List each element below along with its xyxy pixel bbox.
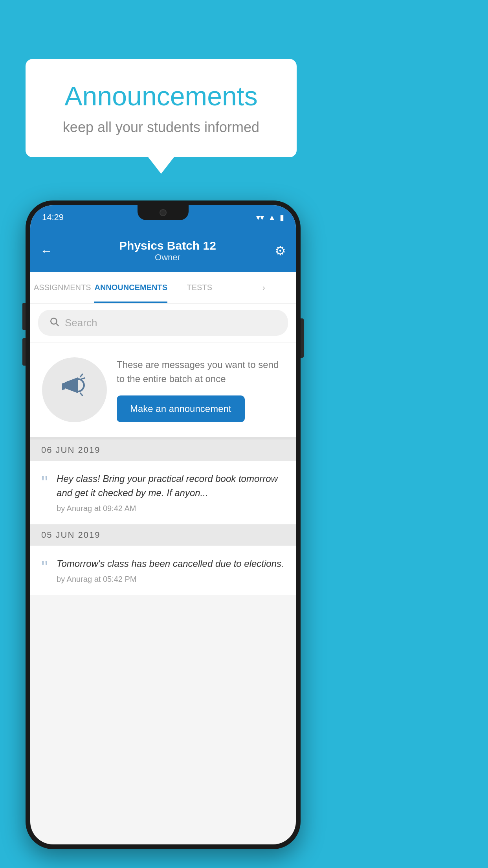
back-button[interactable]: ← (40, 244, 53, 258)
svg-line-5 (80, 393, 83, 395)
app-bar-title-section: Physics Batch 12 Owner (61, 239, 275, 263)
tab-bar: ASSIGNMENTS ANNOUNCEMENTS TESTS › (30, 272, 296, 303)
speech-bubble-container: Announcements keep all your students inf… (26, 59, 297, 157)
megaphone-icon (59, 371, 90, 409)
status-icons: ▾▾ ▲ ▮ (256, 213, 284, 222)
quote-icon-1: " (41, 473, 48, 492)
announcement-meta-1: by Anurag at 09:42 AM (57, 504, 285, 513)
search-icon (49, 316, 59, 329)
announcement-content-1: Hey class! Bring your practical record b… (57, 472, 285, 513)
wifi-icon: ▾▾ (256, 213, 264, 222)
app-bar: ← Physics Batch 12 Owner ⚙ (30, 230, 296, 272)
svg-line-3 (80, 374, 83, 377)
quote-icon-2: " (41, 558, 48, 577)
svg-line-1 (56, 324, 58, 326)
speech-bubble: Announcements keep all your students inf… (26, 59, 297, 157)
announcement-item-1[interactable]: " Hey class! Bring your practical record… (30, 461, 296, 524)
search-placeholder: Search (65, 317, 97, 329)
search-bar-container: Search (30, 303, 296, 342)
app-bar-title: Physics Batch 12 (61, 239, 275, 252)
announcement-message-2: Tomorrow's class has been cancelled due … (57, 557, 285, 571)
camera-notch (160, 209, 167, 216)
vol-down-button (22, 338, 26, 366)
announcement-meta-2: by Anurag at 05:42 PM (57, 575, 285, 584)
svg-point-0 (51, 318, 57, 324)
make-announcement-button[interactable]: Make an announcement (117, 395, 245, 422)
announcement-message-1: Hey class! Bring your practical record b… (57, 472, 285, 500)
promo-icon-circle (42, 357, 107, 422)
status-time: 14:29 (42, 212, 64, 223)
promo-text: These are messages you want to send to t… (117, 358, 284, 386)
tab-more[interactable]: › (232, 272, 296, 303)
speech-bubble-subtitle: keep all your students informed (49, 119, 273, 136)
tab-tests[interactable]: TESTS (167, 272, 231, 303)
power-button (301, 318, 304, 358)
status-bar: 14:29 ▾▾ ▲ ▮ (30, 205, 296, 230)
phone-screen: 14:29 ▾▾ ▲ ▮ ← Physics Batch 12 Owner ⚙ … (30, 205, 296, 844)
phone-notch (138, 205, 189, 220)
date-label-2: 05 JUN 2019 (41, 530, 100, 540)
phone-frame: 14:29 ▾▾ ▲ ▮ ← Physics Batch 12 Owner ⚙ … (26, 200, 301, 849)
app-bar-subtitle: Owner (61, 252, 275, 263)
battery-icon: ▮ (280, 213, 284, 222)
date-divider-2: 05 JUN 2019 (30, 524, 296, 546)
speech-bubble-title: Announcements (49, 81, 273, 111)
announcement-item-2[interactable]: " Tomorrow's class has been cancelled du… (30, 546, 296, 595)
settings-icon[interactable]: ⚙ (275, 243, 286, 258)
date-divider-1: 06 JUN 2019 (30, 440, 296, 461)
announcement-content-2: Tomorrow's class has been cancelled due … (57, 557, 285, 584)
vol-up-button (22, 303, 26, 330)
date-label-1: 06 JUN 2019 (41, 445, 100, 455)
tab-announcements[interactable]: ANNOUNCEMENTS (94, 272, 167, 303)
svg-line-4 (81, 378, 84, 379)
promo-content: These are messages you want to send to t… (117, 358, 284, 422)
announcement-promo: These are messages you want to send to t… (30, 342, 296, 440)
signal-icon: ▲ (268, 213, 276, 222)
tab-assignments[interactable]: ASSIGNMENTS (30, 272, 94, 303)
search-bar[interactable]: Search (38, 310, 288, 336)
